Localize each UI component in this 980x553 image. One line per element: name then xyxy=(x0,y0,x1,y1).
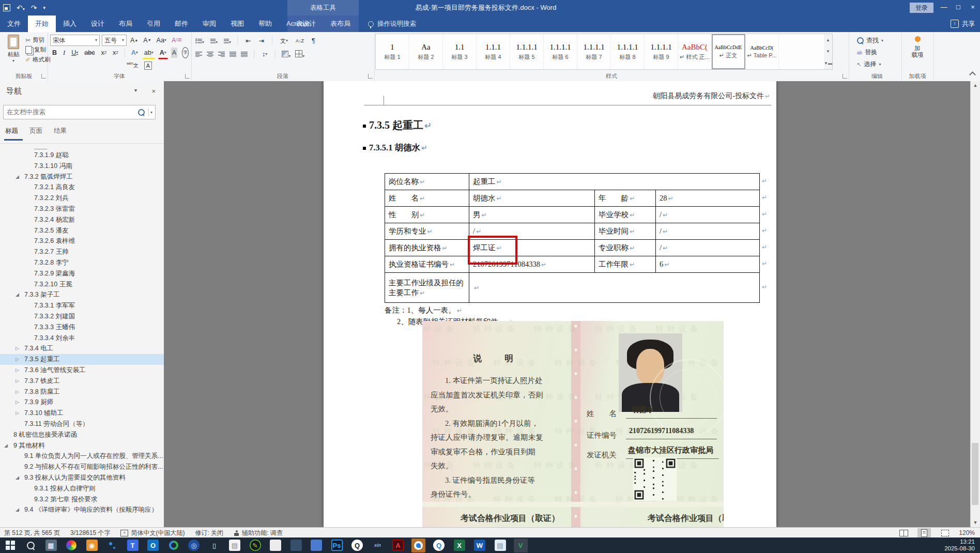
tell-me-search[interactable]: 操作说明搜索 xyxy=(368,16,416,32)
paste-button[interactable]: 粘贴 ▾ xyxy=(2,35,25,63)
grow-font-button[interactable]: A▲ xyxy=(129,35,140,45)
document-canvas[interactable]: 朝阳县易成劳务有限公司-投标文件↵ 7.3.5 起重工↵ 7.3.5.1 胡德水… xyxy=(164,81,971,527)
style-TableP[interactable]: AaBbCcD(↵ Table P... xyxy=(745,34,779,69)
bullets-button[interactable]: ▾ xyxy=(195,38,204,44)
nav-item[interactable]: 7.3.2.7 王帅 xyxy=(0,247,164,257)
gallery-up-icon[interactable]: ▲ xyxy=(826,38,830,42)
nav-item[interactable]: 7.3.2.2 刘兵 xyxy=(0,193,164,204)
align-right-button[interactable] xyxy=(218,51,225,58)
subscript-button[interactable]: x2 xyxy=(99,48,108,58)
borders-button[interactable]: ▾ xyxy=(295,50,304,58)
nav-item[interactable]: ◢7.3.3 架子工 xyxy=(0,289,164,300)
text-highlight-button[interactable]: ab▾ xyxy=(143,48,155,58)
badge-app[interactable]: ◎ xyxy=(187,539,201,552)
nav-item[interactable]: 7.3.2.6 袁梓维 xyxy=(0,236,164,247)
app-unidentified-3[interactable] xyxy=(310,539,324,552)
find-button[interactable]: 查找▾ xyxy=(857,36,883,45)
nav-item[interactable]: ◢9.3 投标人认为需要提交的其他资料 xyxy=(0,472,164,483)
bold-button[interactable]: B xyxy=(51,48,58,58)
collapse-arrow-icon[interactable]: ◢ xyxy=(4,440,8,451)
table-cell[interactable]: 28↵ xyxy=(656,190,760,207)
tab-开始[interactable]: 开始 xyxy=(28,16,56,32)
tab-布局[interactable]: 布局 xyxy=(112,16,140,32)
nav-item[interactable]: 7.3.2.8 李宁 xyxy=(0,257,164,268)
nav-item[interactable]: ▷7.3.4 电工 xyxy=(0,343,164,354)
nav-item[interactable]: 7.3.3.3 王蟠伟 xyxy=(0,322,164,333)
justify-button[interactable] xyxy=(229,51,236,58)
shading-button[interactable]: ▾ xyxy=(282,51,290,58)
table-cell[interactable]: /↵ xyxy=(656,223,760,240)
align-left-button[interactable] xyxy=(195,51,202,58)
font-size-select[interactable]: 五号▾ xyxy=(102,35,127,46)
nav-item[interactable]: 7.3.2.10 王冕 xyxy=(0,279,164,290)
tab-Acrobat[interactable]: Acrobat xyxy=(279,16,317,32)
personnel-table[interactable]: 岗位名称↵起重工↵姓 名↵胡德水↵年 龄↵28↵性 别↵男↵毕业学校↵/↵学历和… xyxy=(385,173,760,303)
nav-search-dropdown-icon[interactable]: ▾ xyxy=(150,110,152,115)
increase-indent-button[interactable]: ⇥ xyxy=(257,36,266,46)
show-marks-button[interactable]: ¶ xyxy=(310,36,317,46)
photoshop[interactable]: Ps xyxy=(330,539,344,552)
scroll-down-icon[interactable]: ▼ xyxy=(971,518,980,527)
gallery-down-icon[interactable]: ▼ xyxy=(826,49,830,54)
distribute-button[interactable] xyxy=(241,51,248,58)
nav-tab-页面[interactable]: 页面 xyxy=(29,127,42,135)
change-case-button[interactable]: Aa▾ xyxy=(155,35,168,45)
tab-审阅[interactable]: 审阅 xyxy=(195,16,223,32)
nav-item[interactable]: ◢7.3.2 氩弧焊焊工 xyxy=(0,172,164,182)
table-cell[interactable]: 主要工作业绩及担任的主要工作↵ xyxy=(385,273,469,303)
save-icon[interactable] xyxy=(3,4,10,11)
enclose-characters-button[interactable]: 字 xyxy=(180,48,190,58)
close-button[interactable]: × xyxy=(966,0,980,16)
style-gallery-scroll[interactable]: ▲ ▼ ▼▬ xyxy=(824,34,833,70)
dingtalk[interactable] xyxy=(411,539,425,552)
nav-item[interactable]: ▷7.3.10 辅助工 xyxy=(0,408,164,419)
nav-item[interactable]: 9.2 与招标人不存在可能影响招标公正性的利害... xyxy=(0,462,164,472)
word[interactable]: W xyxy=(473,539,487,552)
nav-item[interactable]: 7.3.2.4 杨宏新 xyxy=(0,214,164,225)
nav-tab-标题[interactable]: 标题 xyxy=(5,127,18,135)
styles-dialog-launcher[interactable] xyxy=(843,74,847,79)
table-cell[interactable]: 执业资格证书编号↵ xyxy=(385,256,469,273)
word-count[interactable]: 3/128615 个字 xyxy=(70,529,110,537)
nav-item[interactable]: 9.3.2 第七章 报价要求 xyxy=(0,494,164,505)
underline-button[interactable]: U▾ xyxy=(70,48,80,58)
tab-视图[interactable]: 视图 xyxy=(223,16,251,32)
italic-button[interactable]: I xyxy=(62,48,67,58)
tab-插入[interactable]: 插入 xyxy=(56,16,84,32)
replace-button[interactable]: ab替换 xyxy=(857,48,883,57)
table-cell[interactable]: 胡德水↵ xyxy=(469,190,595,207)
collapse-ribbon-icon[interactable] xyxy=(969,71,976,78)
nav-pane-close-icon[interactable]: × xyxy=(151,87,156,95)
dots-app[interactable] xyxy=(105,539,119,552)
align-center-button[interactable] xyxy=(207,51,213,58)
language-indicator[interactable]: ×简体中文(中国大陆) xyxy=(120,529,185,537)
tab-设计[interactable]: 设计 xyxy=(84,16,112,32)
nav-search-input[interactable] xyxy=(4,109,138,116)
tab-邮件[interactable]: 邮件 xyxy=(167,16,195,32)
nav-tab-结果[interactable]: 结果 xyxy=(54,127,67,135)
pen-app[interactable]: ✎ xyxy=(248,539,262,552)
nav-search-icon[interactable] xyxy=(138,109,145,116)
style-标题9[interactable]: 1.1.1.1标题 9 xyxy=(645,34,678,69)
expand-arrow-icon[interactable]: ▷ xyxy=(16,397,19,408)
asian-layout-button[interactable]: 文▾ xyxy=(279,36,289,46)
nav-item[interactable]: 7.3.3.4 刘余丰 xyxy=(0,333,164,344)
table-cell[interactable]: 性 别↵ xyxy=(385,207,469,223)
paragraph-dialog-launcher[interactable] xyxy=(368,74,373,79)
gallery-more-icon[interactable]: ▼▬ xyxy=(824,61,832,66)
nav-item[interactable]: 7.3.2.9 梁鑫海 xyxy=(0,268,164,279)
nav-item[interactable]: ▷7.3.8 防腐工 xyxy=(0,387,164,397)
table-cell[interactable]: 工作年限↵ xyxy=(595,256,656,273)
table-cell[interactable]: 起重工↵ xyxy=(469,174,760,190)
expand-arrow-icon[interactable]: ▷ xyxy=(16,354,19,365)
nav-item[interactable]: 7.3.2.5 潘友 xyxy=(0,225,164,236)
table-cell[interactable]: 岗位名称↵ xyxy=(385,174,469,190)
table-cell[interactable]: 毕业学校↵ xyxy=(595,207,656,223)
collapse-arrow-icon[interactable]: ◢ xyxy=(16,289,19,300)
collapse-arrow-icon[interactable]: ◢ xyxy=(16,472,19,483)
style-标题3[interactable]: 1.1标题 3 xyxy=(443,34,477,69)
nav-item[interactable]: 7.3.1.10 冯南 xyxy=(0,161,164,172)
nav-item[interactable]: ▷7.3.9 厨师 xyxy=(0,397,164,408)
app-unidentified-1[interactable] xyxy=(269,539,283,552)
page-indicator[interactable]: 第 512 页, 共 565 页 xyxy=(4,529,60,537)
